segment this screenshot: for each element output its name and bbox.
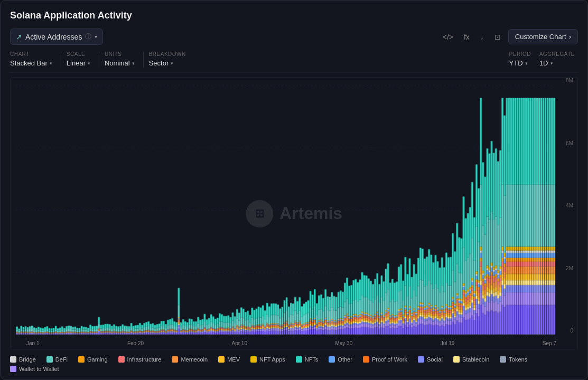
legend-swatch xyxy=(363,356,369,363)
metric-selector[interactable]: ↗ Active Addresses ⓘ ▾ xyxy=(10,28,103,45)
legend-item[interactable]: Stablecoin xyxy=(453,356,489,363)
legend-swatch xyxy=(250,356,257,363)
customize-chart-button[interactable]: Customize Chart › xyxy=(508,29,578,44)
legend-label: Infrastructure xyxy=(127,356,162,363)
units-label: UNITS xyxy=(105,51,135,57)
camera-button[interactable]: ⊡ xyxy=(491,31,504,43)
period-group: PERIOD YTD ▾ AGGREGATE 1D ▾ xyxy=(509,51,578,68)
legend-label: Wallet to Wallet xyxy=(19,366,59,372)
legend-swatch xyxy=(10,356,16,363)
divider-2 xyxy=(99,52,99,68)
fx-button[interactable]: fx xyxy=(461,31,473,43)
metric-icon: ↗ xyxy=(16,33,22,41)
divider-3 xyxy=(143,52,144,68)
breakdown-control: BREAKDOWN Sector ▾ xyxy=(149,51,186,68)
chart-control: CHART Stacked Bar ▾ xyxy=(10,51,52,68)
legend-label: Other xyxy=(338,356,352,363)
legend-swatch xyxy=(453,356,460,363)
legend-item[interactable]: Bridge xyxy=(10,356,36,363)
legend-item[interactable]: NFTs xyxy=(296,356,319,363)
scale-control: SCALE Linear ▾ xyxy=(67,51,90,68)
legend-swatch xyxy=(500,356,506,363)
legend-swatch xyxy=(10,366,16,372)
period-dropdown[interactable]: YTD ▾ xyxy=(509,58,531,68)
code-button[interactable]: </> xyxy=(440,31,456,43)
page-title: Solana Application Activity xyxy=(10,10,578,21)
chart-area[interactable]: ⊞ Artemis 8M 6M 4M 2M 0 Jan 1 Feb 20 Apr… xyxy=(10,77,578,350)
scale-label: SCALE xyxy=(67,51,90,57)
legend-label: Stablecoin xyxy=(462,356,489,363)
aggregate-label: AGGREGATE xyxy=(539,51,575,57)
legend-item[interactable]: Infrastructure xyxy=(118,356,162,363)
metric-label: Active Addresses xyxy=(25,33,82,41)
legend-item[interactable]: Gaming xyxy=(78,356,108,363)
legend-swatch xyxy=(218,356,225,363)
legend-item[interactable]: Other xyxy=(329,356,352,363)
toolbar-left: ↗ Active Addresses ⓘ ▾ xyxy=(10,28,103,45)
legend-label: Social xyxy=(427,356,443,363)
breakdown-dropdown[interactable]: Sector ▾ xyxy=(149,58,186,68)
breakdown-label: BREAKDOWN xyxy=(149,51,186,57)
divider-1 xyxy=(61,52,61,68)
aggregate-dropdown[interactable]: 1D ▾ xyxy=(539,58,575,68)
legend-label: Tokens xyxy=(509,356,527,363)
units-control: UNITS Nominal ▾ xyxy=(105,51,135,68)
units-dropdown[interactable]: Nominal ▾ xyxy=(105,58,135,68)
legend-label: Gaming xyxy=(87,356,108,363)
chevron-down-icon: ▾ xyxy=(95,34,97,40)
legend-item[interactable]: NFT Apps xyxy=(250,356,285,363)
info-icon[interactable]: ⓘ xyxy=(85,32,91,41)
legend-swatch xyxy=(78,356,85,363)
legend-item[interactable]: MEV xyxy=(218,356,240,363)
legend-item[interactable]: Tokens xyxy=(500,356,527,363)
legend-label: Memecoin xyxy=(181,356,208,363)
period-label: PERIOD xyxy=(509,51,531,57)
controls-bar: CHART Stacked Bar ▾ SCALE Linear ▾ UNITS… xyxy=(10,51,578,73)
main-container: Solana Application Activity ↗ Active Add… xyxy=(0,0,588,380)
period-control: PERIOD YTD ▾ xyxy=(509,51,531,68)
legend-swatch xyxy=(418,356,424,363)
download-button[interactable]: ↓ xyxy=(477,31,487,43)
toolbar: ↗ Active Addresses ⓘ ▾ </> fx ↓ ⊡ Custom… xyxy=(10,28,578,45)
legend-item[interactable]: Social xyxy=(418,356,443,363)
scale-dropdown[interactable]: Linear ▾ xyxy=(67,58,90,68)
legend-swatch xyxy=(172,356,178,363)
legend-swatch xyxy=(118,356,125,363)
toolbar-right: </> fx ↓ ⊡ Customize Chart › xyxy=(440,29,578,44)
legend-swatch xyxy=(46,356,53,363)
aggregate-control: AGGREGATE 1D ▾ xyxy=(539,51,575,68)
legend-label: DeFi xyxy=(55,356,68,363)
legend-item[interactable]: DeFi xyxy=(46,356,68,363)
chart-label: CHART xyxy=(10,51,52,57)
chart-dropdown[interactable]: Stacked Bar ▾ xyxy=(10,58,52,68)
legend-label: NFTs xyxy=(305,356,319,363)
chart-canvas xyxy=(11,78,577,349)
legend-label: MEV xyxy=(227,356,240,363)
legend-swatch xyxy=(296,356,302,363)
legend-item[interactable]: Memecoin xyxy=(172,356,208,363)
legend-label: Bridge xyxy=(19,356,36,363)
legend-label: Proof of Work xyxy=(372,356,407,363)
legend-item[interactable]: Proof of Work xyxy=(363,356,407,363)
legend-label: NFT Apps xyxy=(259,356,285,363)
legend-item[interactable]: Wallet to Wallet xyxy=(10,366,59,372)
legend: BridgeDeFiGamingInfrastructureMemecoinME… xyxy=(10,354,578,372)
legend-swatch xyxy=(329,356,335,363)
